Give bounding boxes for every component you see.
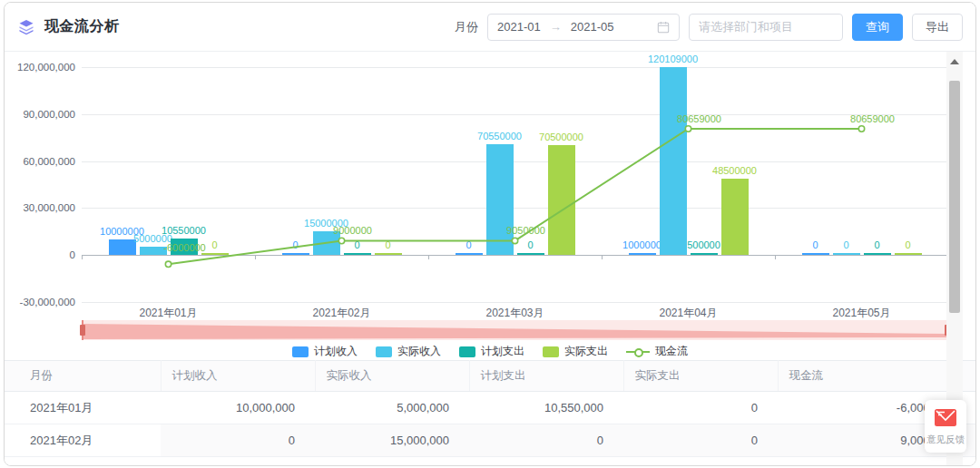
legend-swatch <box>543 346 559 357</box>
y-axis-label: -30,000,000 <box>10 297 75 307</box>
legend-item-实际支出[interactable]: 实际支出 <box>543 344 608 359</box>
table-row: 2021年01月10,000,0005,000,00010,550,0000-6… <box>5 392 975 424</box>
page-title: 现金流分析 <box>44 17 120 36</box>
y-axis-label: 120,000,000 <box>10 62 75 73</box>
column-header-计划支出: 计划支出 <box>469 361 623 392</box>
legend-label: 实际收入 <box>397 344 441 359</box>
y-axis-label: 0 <box>10 249 75 260</box>
table-cell: 2021年02月 <box>5 424 161 457</box>
table-cell: 0 <box>161 424 315 457</box>
datazoom-slider[interactable] <box>82 320 948 340</box>
line-value-label: 9000000 <box>308 225 398 236</box>
table-cell: 2021年01月 <box>5 392 161 424</box>
department-project-input[interactable] <box>689 14 843 41</box>
table-row: 2021年03月070,550,000070,500,0009,050,000 <box>5 457 975 466</box>
legend-swatch <box>292 346 309 357</box>
legend-swatch <box>459 346 475 357</box>
bar-value-label: 120109000 <box>628 54 719 64</box>
bar-计划支出 <box>691 253 718 255</box>
table-cell: 0 <box>161 457 315 466</box>
column-header-计划收入: 计划收入 <box>161 361 315 392</box>
range-arrow-icon: → <box>550 20 562 34</box>
column-header-月份: 月份 <box>5 361 161 392</box>
bar-实际支出 <box>375 253 402 255</box>
scrollbar-thumb[interactable] <box>949 81 960 313</box>
topbar: 现金流分析 月份 2021-01 → 2021-05 查询 导出 <box>5 3 975 52</box>
x-axis-label: 2021年03月 <box>452 306 579 321</box>
feedback-button[interactable]: 意见反馈 <box>925 400 966 453</box>
bar-计划支出 <box>344 253 371 255</box>
date-range-picker[interactable]: 2021-01 → 2021-05 <box>487 14 680 41</box>
gridline <box>82 67 948 68</box>
chart-legend: 计划收入实际收入计划支出实际支出现金流 <box>5 344 975 359</box>
bar-计划收入 <box>802 253 829 255</box>
bar-计划收入 <box>282 253 309 255</box>
cash-flow-analysis-page: 现金流分析 月份 2021-01 → 2021-05 查询 导出 <box>4 2 976 466</box>
end-date-value[interactable]: 2021-05 <box>571 20 614 34</box>
table-cell: 5,000,000 <box>315 392 469 424</box>
legend-item-计划支出[interactable]: 计划支出 <box>459 344 524 359</box>
bar-实际支出 <box>721 179 749 255</box>
bar-value-label: 10550000 <box>139 225 230 236</box>
query-button[interactable]: 查询 <box>852 14 903 41</box>
datazoom-left-handle[interactable] <box>80 325 85 336</box>
gridline <box>82 114 948 115</box>
legend-label: 计划支出 <box>481 344 524 359</box>
x-axis-tick <box>82 255 83 259</box>
bar-计划支出 <box>864 253 891 255</box>
line-value-label: 9050000 <box>481 225 572 236</box>
cash-flow-table: 月份计划收入实际收入计划支出实际支出现金流 2021年01月10,000,000… <box>5 360 975 465</box>
bar-计划支出 <box>517 253 544 255</box>
legend-item-计划收入[interactable]: 计划收入 <box>292 344 358 359</box>
gridline <box>82 208 948 209</box>
legend-item-现金流[interactable]: 现金流 <box>626 344 688 359</box>
table-cell: 10,550,000 <box>469 392 623 424</box>
gridline <box>82 161 948 162</box>
line-point <box>858 126 864 132</box>
table-cell: 2021年03月 <box>5 457 161 466</box>
line-value-label: 80659000 <box>654 113 745 124</box>
bar-value-label: 0 <box>863 239 954 250</box>
bar-value-label: 70500000 <box>516 132 607 142</box>
column-header-实际支出: 实际支出 <box>623 361 778 392</box>
cash-flow-chart: 计划收入实际收入计划支出实际支出现金流 120,000,00090,000,00… <box>5 52 975 360</box>
y-axis-label: 30,000,000 <box>10 202 75 213</box>
scrollbar-up-arrow-icon[interactable] <box>950 59 959 64</box>
legend-line-marker <box>626 346 650 357</box>
x-axis-label: 2021年02月 <box>279 306 406 321</box>
toolbar: 月份 2021-01 → 2021-05 查询 导出 <box>455 14 963 41</box>
table-cell: 0 <box>469 457 623 466</box>
table-cell: 0 <box>469 424 623 457</box>
y-axis-label: 90,000,000 <box>10 109 75 120</box>
table-cell: 0 <box>623 392 778 424</box>
x-axis-tick <box>602 255 603 259</box>
bar-实际收入 <box>660 67 687 255</box>
column-header-实际收入: 实际收入 <box>315 361 469 392</box>
layers-icon <box>17 18 35 36</box>
x-axis-line <box>82 255 948 256</box>
bar-计划收入 <box>629 253 656 255</box>
table-cell: 70,500,000 <box>623 457 778 466</box>
legend-label: 实际支出 <box>564 344 608 359</box>
bar-计划收入 <box>456 253 483 255</box>
line-value-label: 80659000 <box>828 113 918 124</box>
bar-实际收入 <box>486 144 514 255</box>
table-cell: 10,000,000 <box>161 392 315 424</box>
x-axis-label: 2021年04月 <box>625 306 752 321</box>
calendar-icon[interactable] <box>657 21 670 34</box>
x-axis-label: 2021年05月 <box>799 306 926 321</box>
bar-value-label: 48500000 <box>690 165 780 176</box>
x-axis-label: 2021年01月 <box>105 306 232 321</box>
legend-item-实际收入[interactable]: 实际收入 <box>376 344 441 359</box>
bar-实际支出 <box>548 145 575 255</box>
x-axis-tick <box>775 255 776 259</box>
table-cell: 0 <box>623 424 778 457</box>
feedback-envelope-icon <box>934 407 957 431</box>
bar-实际支出 <box>895 253 922 255</box>
export-button[interactable]: 导出 <box>912 14 963 41</box>
x-axis-tick <box>255 255 256 259</box>
gridline <box>82 302 948 303</box>
start-date-value[interactable]: 2021-01 <box>497 20 541 34</box>
month-label: 月份 <box>455 19 478 35</box>
table-cell: 70,550,000 <box>315 457 469 466</box>
